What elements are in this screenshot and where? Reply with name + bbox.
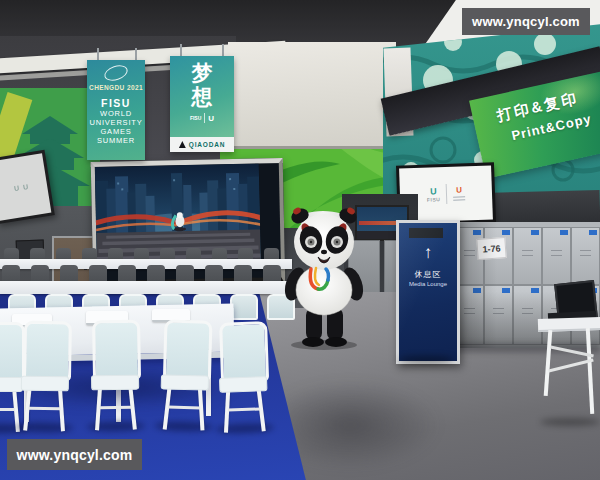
logo-divider (204, 113, 205, 123)
ceiling-white-center (228, 42, 396, 149)
desk-shadow (540, 418, 600, 426)
event-title-line: UNIVERSITY (87, 118, 145, 127)
sponsor-strip: QIAODAN (170, 137, 234, 152)
event-title-line: SUMMER (87, 136, 145, 145)
event-title-line: GAMES (87, 127, 145, 136)
event-title-line: WORLD (87, 109, 145, 118)
fisu-u-icon: U (13, 184, 19, 192)
sponsor-name: QIAODAN (189, 141, 225, 148)
logo-divider (446, 184, 448, 204)
dream-character: 想 (170, 85, 234, 109)
fisu-tv-left-screen: U U (0, 153, 51, 220)
media-lounge-sign: ↑ 休息区 Media Lounge (396, 220, 460, 364)
folding-chair (85, 320, 145, 433)
fisu-logo: FISU (190, 115, 201, 121)
event-name: CHENGDU 2021 (87, 84, 145, 91)
banner-logos: FISU U (170, 113, 234, 123)
folding-chair (15, 321, 75, 434)
conference-table (0, 281, 288, 294)
dream-banner: 梦 想 FISU U QIAODAN (170, 56, 234, 152)
swirl-logo-icon (102, 63, 129, 84)
fisu-u-icon: U (430, 187, 437, 196)
watermark-top-right: www.ynqcyl.com (462, 8, 590, 35)
emblem-text-bar (453, 199, 465, 201)
folding-chair (212, 321, 274, 435)
sign-shadow (398, 356, 454, 364)
desk-top (538, 317, 600, 332)
dream-character: 梦 (170, 61, 234, 85)
banner-rod (180, 44, 182, 56)
event-banner: CHENGDU 2021 FISU WORLD UNIVERSITY GAMES… (87, 60, 145, 160)
watermark-bottom-left: www.ynqcyl.com (7, 439, 142, 470)
desk-leg (586, 328, 594, 414)
media-center-photo: 打印&复印 Print&Copy U FISU U U U (0, 0, 600, 480)
emblem-text-bar (453, 196, 465, 198)
desk-leg (544, 330, 553, 396)
laptop-desk (538, 280, 600, 432)
sign-sheen (399, 223, 457, 361)
panda-mascot (282, 204, 366, 350)
fisu-wordmark: FISU (87, 97, 145, 109)
sponsor-logo-icon (179, 141, 186, 148)
games-emblem-icon: U (453, 186, 465, 200)
folding-chair (155, 319, 216, 432)
banner-rod (222, 44, 224, 56)
games-emblem-icon: U (22, 182, 28, 190)
games-emblem-icon: U (208, 114, 214, 123)
folding-chair (230, 294, 258, 320)
fisu-logo: U FISU (427, 187, 441, 202)
